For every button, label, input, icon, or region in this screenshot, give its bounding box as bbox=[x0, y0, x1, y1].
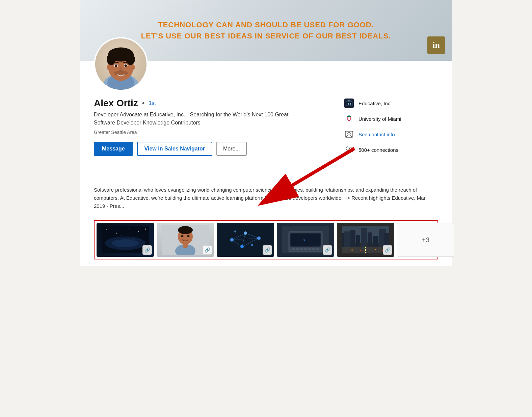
company-icon bbox=[344, 98, 354, 109]
svg-point-36 bbox=[112, 239, 139, 247]
avatar bbox=[94, 37, 148, 91]
profile-location: Greater Seattle Area bbox=[94, 130, 303, 135]
svg-point-29 bbox=[128, 228, 129, 228]
company-name: Educative, Inc. bbox=[358, 101, 392, 106]
svg-point-40 bbox=[181, 235, 184, 237]
svg-point-55 bbox=[251, 244, 253, 246]
svg-point-28 bbox=[116, 233, 117, 234]
svg-point-33 bbox=[122, 235, 122, 236]
svg-point-52 bbox=[244, 231, 247, 235]
media-link-icon-1[interactable]: 🔗 bbox=[142, 245, 152, 255]
media-link-icon-5[interactable]: 🔗 bbox=[383, 245, 392, 255]
svg-point-25 bbox=[350, 147, 352, 150]
svg-point-24 bbox=[346, 147, 349, 150]
svg-rect-19 bbox=[350, 103, 351, 105]
message-button[interactable]: Message bbox=[94, 142, 133, 156]
profile-section: Alex Ortiz • 1st Developer Advocate at E… bbox=[80, 61, 452, 169]
university-icon: U bbox=[344, 113, 354, 124]
svg-point-14 bbox=[107, 65, 110, 70]
svg-rect-66 bbox=[316, 248, 319, 250]
page-wrapper: Technology can and should be used for go… bbox=[0, 0, 532, 266]
svg-rect-61 bbox=[296, 248, 299, 250]
profile-right: Educative, Inc. U University of Miami bbox=[330, 98, 438, 163]
media-item-5[interactable]: 🔗 bbox=[337, 223, 394, 257]
connection-badge: 1st bbox=[149, 100, 156, 106]
svg-rect-18 bbox=[348, 103, 349, 105]
svg-point-83 bbox=[360, 250, 361, 251]
svg-rect-16 bbox=[344, 99, 354, 108]
media-more[interactable]: +3 bbox=[397, 223, 454, 257]
svg-point-30 bbox=[138, 231, 139, 232]
name-row: Alex Ortiz • 1st bbox=[94, 98, 303, 109]
summary-section: Software professional who loves evangeli… bbox=[80, 180, 452, 217]
university-name: University of Miami bbox=[358, 116, 401, 122]
more-button[interactable]: More... bbox=[216, 142, 247, 156]
view-sales-navigator-button[interactable]: View in Sales Navigator bbox=[137, 142, 212, 156]
media-item-4[interactable]: >_ 🔗 bbox=[277, 223, 334, 257]
svg-point-6 bbox=[107, 54, 116, 65]
media-item-1[interactable]: 🔗 bbox=[97, 223, 154, 257]
svg-text:>_: >_ bbox=[303, 238, 308, 242]
svg-point-27 bbox=[106, 229, 107, 230]
section-divider bbox=[80, 175, 452, 175]
media-link-icon-3[interactable]: 🔗 bbox=[263, 245, 272, 255]
svg-rect-62 bbox=[300, 248, 303, 250]
svg-point-39 bbox=[178, 226, 193, 234]
connections-info: 500+ connections bbox=[344, 144, 438, 155]
profile-left: Alex Ortiz • 1st Developer Advocate at E… bbox=[94, 98, 303, 163]
media-link-icon-2[interactable]: 🔗 bbox=[203, 245, 212, 255]
svg-point-82 bbox=[351, 249, 353, 251]
svg-point-51 bbox=[230, 238, 234, 242]
svg-point-13 bbox=[114, 71, 128, 76]
svg-point-23 bbox=[348, 132, 350, 135]
avatar-container bbox=[94, 37, 148, 91]
svg-rect-64 bbox=[308, 248, 311, 250]
profile-name: Alex Ortiz bbox=[94, 98, 138, 109]
connections-icon bbox=[344, 144, 354, 155]
university-info: U University of Miami bbox=[344, 113, 438, 124]
profile-card: Technology can and should be used for go… bbox=[80, 0, 452, 266]
svg-point-31 bbox=[145, 229, 146, 230]
svg-point-10 bbox=[115, 64, 117, 67]
profile-headline: Developer Advocate at Educative, Inc. - … bbox=[94, 111, 303, 127]
action-buttons: Message View in Sales Navigator More... bbox=[94, 142, 303, 156]
svg-point-54 bbox=[240, 245, 244, 248]
svg-point-56 bbox=[234, 230, 236, 232]
company-info: Educative, Inc. bbox=[344, 98, 438, 109]
svg-point-84 bbox=[375, 249, 376, 250]
media-link-icon-4[interactable]: 🔗 bbox=[323, 245, 332, 255]
media-row: 🔗 bbox=[94, 220, 438, 259]
svg-point-7 bbox=[126, 54, 135, 65]
svg-point-15 bbox=[131, 65, 135, 70]
svg-point-41 bbox=[187, 235, 190, 237]
banner-tagline: Technology can and should be used for go… bbox=[134, 12, 398, 48]
linkedin-logo: in bbox=[427, 36, 445, 54]
contact-info[interactable]: See contact info bbox=[344, 129, 438, 140]
svg-rect-43 bbox=[183, 243, 188, 248]
svg-rect-65 bbox=[312, 248, 315, 250]
connections-count: 500+ connections bbox=[358, 147, 398, 153]
contact-info-link[interactable]: See contact info bbox=[358, 132, 395, 137]
svg-point-11 bbox=[124, 64, 127, 67]
svg-point-53 bbox=[257, 237, 261, 240]
media-item-3[interactable]: 🔗 bbox=[217, 223, 274, 257]
svg-rect-63 bbox=[304, 248, 307, 250]
summary-text: Software professional who loves evangeli… bbox=[94, 186, 438, 210]
svg-point-32 bbox=[110, 238, 110, 239]
svg-rect-60 bbox=[292, 248, 295, 250]
media-section: 🔗 bbox=[80, 217, 452, 266]
contact-icon bbox=[344, 129, 354, 140]
svg-rect-44 bbox=[222, 226, 269, 253]
media-item-2[interactable]: 🔗 bbox=[157, 223, 214, 257]
